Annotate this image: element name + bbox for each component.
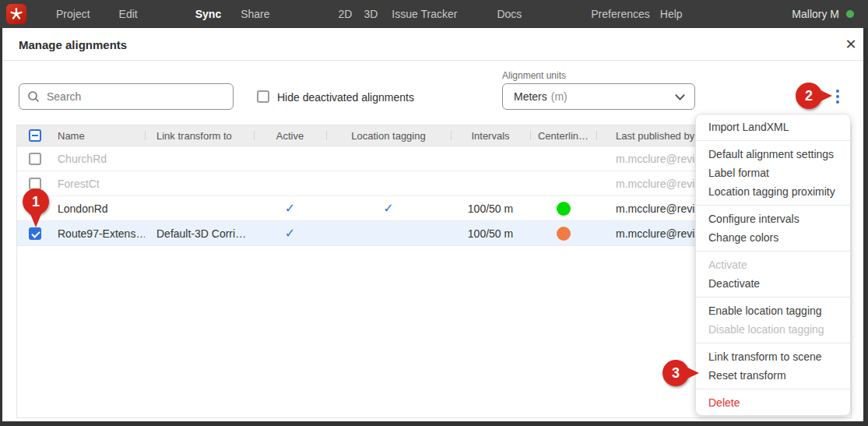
cell-intervals xyxy=(451,146,530,171)
cell-intervals xyxy=(451,171,530,195)
row-checkbox[interactable] xyxy=(29,153,41,165)
cell-location-tagging xyxy=(326,171,451,195)
cell-link-transform xyxy=(145,196,254,220)
search-field xyxy=(19,83,234,110)
menu-separator xyxy=(696,251,850,252)
menu-item-docs[interactable]: Docs xyxy=(497,8,522,20)
column-header-centerline: Centerlin… xyxy=(530,125,596,146)
kebab-dot xyxy=(836,90,839,93)
menu-item-change-colors[interactable]: Change colors xyxy=(696,228,850,247)
centerline-color-dot-orange[interactable] xyxy=(557,227,571,241)
cell-link-transform xyxy=(145,171,254,195)
alignment-units-select[interactable]: Meters (m) xyxy=(502,83,695,110)
hide-deactivated-label: Hide deactivated alignments xyxy=(277,91,414,104)
cell-active xyxy=(254,146,326,171)
column-header-active: Active xyxy=(254,125,326,146)
app-topbar: Project Edit Sync Share 2D 3D Issue Trac… xyxy=(0,0,868,28)
menu-item-configure-intervals[interactable]: Configure intervals xyxy=(696,209,850,228)
units-selected-value: Meters xyxy=(514,90,547,103)
menu-item-location-tagging-proximity[interactable]: Location tagging proximity xyxy=(696,182,850,201)
route97-row-checkbox[interactable] xyxy=(29,227,41,240)
menu-item-preferences[interactable]: Preferences xyxy=(591,8,649,20)
menu-item-3d[interactable]: 3D xyxy=(364,8,378,20)
cell-location-tagging-check xyxy=(326,221,451,245)
menu-separator xyxy=(696,297,850,297)
select-all-checkbox[interactable] xyxy=(29,129,41,142)
callout-2-tail xyxy=(817,89,832,103)
window-border-left xyxy=(0,28,2,426)
units-suffix: (m) xyxy=(551,90,568,103)
callout-1-tail xyxy=(29,210,43,227)
menu-item-activate: Activate xyxy=(696,255,850,274)
menu-item-2d[interactable]: 2D xyxy=(339,8,353,20)
dialog-header-divider xyxy=(2,60,863,61)
column-header-link-transform: Link transform to xyxy=(145,125,254,146)
menu-item-deactivate[interactable]: Deactivate xyxy=(696,274,850,293)
search-icon xyxy=(27,90,40,103)
search-input[interactable] xyxy=(47,90,225,103)
window-border-right xyxy=(863,28,868,426)
menu-separator xyxy=(696,140,850,141)
cell-name: ForestCt xyxy=(51,171,145,195)
menu-item-import-landxml[interactable]: Import LandXML xyxy=(696,118,850,136)
chevron-down-icon xyxy=(675,90,685,100)
kebab-dot xyxy=(836,100,839,104)
cell-name: ChurchRd xyxy=(51,146,145,171)
menu-item-link-transform-to-scene[interactable]: Link transform to scene xyxy=(696,347,850,366)
cell-link-transform xyxy=(145,146,254,171)
presence-dot-icon xyxy=(846,10,854,18)
menu-separator xyxy=(696,343,850,343)
reset-transform-menu-item[interactable]: Reset transform xyxy=(696,366,850,385)
menu-item-label-format[interactable]: Label format xyxy=(696,164,850,182)
cell-active-check: ✓ xyxy=(254,196,326,220)
dialog-title: Manage alignments xyxy=(19,38,127,51)
callout-2: 2 xyxy=(796,83,822,109)
alignment-units-label: Alignment units xyxy=(502,70,566,81)
cell-link-transform: Default-3D Corri… xyxy=(145,221,254,245)
column-header-name: Name xyxy=(51,125,145,146)
cell-centerline xyxy=(530,171,596,195)
cell-name: LondonRd xyxy=(51,196,145,220)
column-header-location-tagging: Location tagging xyxy=(326,125,451,146)
more-options-button[interactable] xyxy=(832,86,843,107)
menu-item-share[interactable]: Share xyxy=(241,8,269,20)
callout-3: 3 xyxy=(662,360,689,386)
callout-1: 1 xyxy=(23,188,49,215)
cell-active xyxy=(254,171,326,195)
cell-centerline xyxy=(530,146,596,171)
cell-name: Route97-Extens… xyxy=(51,221,145,245)
menu-item-help[interactable]: Help xyxy=(660,8,683,20)
window-border-bottom xyxy=(0,421,868,426)
menu-item-default-alignment-settings[interactable]: Default alignment settings xyxy=(696,145,850,164)
column-header-intervals: Intervals xyxy=(451,125,530,146)
menu-item-sync[interactable]: Sync xyxy=(195,8,221,20)
kebab-dot xyxy=(836,95,839,98)
close-icon[interactable]: ✕ xyxy=(842,36,859,53)
menu-item-delete[interactable]: Delete xyxy=(696,393,850,412)
cell-location-tagging xyxy=(326,146,451,171)
cell-intervals: 100/50 m xyxy=(451,221,530,245)
user-menu[interactable]: Mallory M xyxy=(792,8,839,20)
menu-item-edit[interactable]: Edit xyxy=(119,8,138,20)
revizto-logo-icon[interactable] xyxy=(6,4,26,24)
centerline-color-dot-green[interactable] xyxy=(557,202,571,216)
menu-item-disable-location-tagging: Disable location tagging xyxy=(696,320,850,339)
cell-active-check: ✓ xyxy=(254,221,326,245)
menu-separator xyxy=(696,205,850,206)
menu-item-issue-tracker[interactable]: Issue Tracker xyxy=(392,8,457,20)
menu-item-project[interactable]: Project xyxy=(56,8,90,20)
cell-location-tagging-check: ✓ xyxy=(326,196,451,220)
alignments-context-menu: Import LandXML Default alignment setting… xyxy=(695,114,851,416)
menu-separator xyxy=(696,389,850,389)
callout-3-tail xyxy=(684,366,699,380)
cell-intervals: 100/50 m xyxy=(451,196,530,220)
hide-deactivated-checkbox[interactable] xyxy=(257,90,269,103)
menu-item-enable-location-tagging[interactable]: Enable location tagging xyxy=(696,301,850,320)
logo-asterisk-glyph xyxy=(9,6,24,22)
